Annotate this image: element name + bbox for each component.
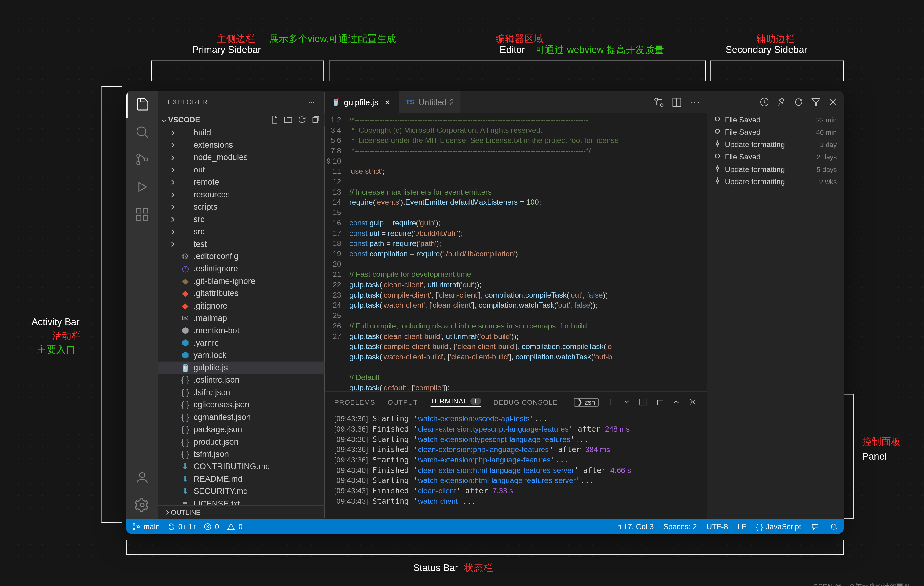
timeline-item[interactable]: File Saved40 min	[707, 126, 844, 138]
terminal-dropdown-icon[interactable]	[622, 397, 631, 407]
file-.lsifrc.json[interactable]: { }.lsifrc.json	[158, 386, 325, 399]
status-cursor[interactable]: Ln 17, Col 3	[613, 522, 653, 530]
folder-test[interactable]: test	[158, 238, 325, 250]
file-.yarnrc[interactable]: ⬢.yarnrc	[158, 337, 325, 349]
file-gulpfile.js[interactable]: 🥤gulpfile.js	[158, 361, 325, 374]
timeline-icon[interactable]	[759, 97, 770, 108]
sidebar-outline[interactable]: OUTLINE	[158, 505, 325, 519]
file-.git-blame-ignore[interactable]: ◆.git-blame-ignore	[158, 275, 325, 287]
status-spaces[interactable]: Spaces: 2	[663, 522, 697, 530]
panel-maximize-icon[interactable]	[671, 397, 681, 407]
collapse-all-icon[interactable]	[311, 115, 320, 124]
file-tree: buildextensionsnode_modulesoutremotereso…	[158, 126, 325, 505]
panel-tab-terminal[interactable]: TERMINAL1	[430, 397, 481, 407]
filter-icon[interactable]	[811, 97, 821, 108]
file-.eslintignore[interactable]: ◷.eslintignore	[158, 262, 325, 275]
file-cglicenses.json[interactable]: { }cglicenses.json	[158, 399, 325, 411]
file-.editorconfig[interactable]: ⚙.editorconfig	[158, 250, 325, 262]
folder-resources[interactable]: resources	[158, 189, 325, 200]
file-tsfmt.json[interactable]: { }tsfmt.json	[158, 448, 325, 460]
activity-label-en: Activity Bar	[31, 316, 79, 327]
close-icon[interactable]	[828, 97, 838, 108]
sidebar-section[interactable]: VSCODE	[158, 113, 325, 126]
panel-tab-problems[interactable]: PROBLEMS	[334, 398, 375, 406]
pin-icon[interactable]	[776, 97, 787, 108]
activity-extensions-icon[interactable]	[126, 200, 158, 228]
primary-sidebar-label-cn: 主侧边栏	[217, 33, 256, 45]
folder-src[interactable]: src	[158, 225, 325, 238]
folder-out[interactable]: out	[158, 164, 325, 176]
panel-close-icon[interactable]	[688, 397, 697, 407]
refresh-icon[interactable]	[794, 97, 804, 108]
editor-area: 🥤gulpfile.js×TSUntitled-2 ⋯ 1 2 3 4 5 6 …	[325, 91, 707, 519]
status-eol[interactable]: LF	[738, 522, 746, 530]
terminal-kill-icon[interactable]	[655, 397, 664, 407]
activity-explorer-icon[interactable]	[126, 91, 158, 118]
file-cgmanifest.json[interactable]: { }cgmanifest.json	[158, 411, 325, 423]
file-.gitattributes[interactable]: ◆.gitattributes	[158, 287, 325, 300]
terminal-split-icon[interactable]	[638, 397, 648, 407]
panel-tab-debug console[interactable]: DEBUG CONSOLE	[493, 398, 558, 406]
compare-changes-icon[interactable]	[653, 97, 665, 108]
timeline-item[interactable]: File Saved22 min	[707, 113, 844, 126]
terminal-new-icon[interactable]	[606, 397, 615, 407]
terminal-profile[interactable]: ❯ zsh	[574, 397, 599, 406]
sidebar-more-icon[interactable]: ⋯	[308, 98, 315, 106]
file-name: resources	[194, 190, 230, 199]
folder-build[interactable]: build	[158, 126, 325, 139]
sync-label: 0↓ 1↑	[178, 522, 196, 530]
file-LICENSE.txt[interactable]: ≡LICENSE.txt	[158, 498, 325, 505]
activity-settings-icon[interactable]	[126, 491, 158, 519]
file-icon: ◆	[180, 289, 191, 298]
tab-gulpfile.js[interactable]: 🥤gulpfile.js×	[325, 91, 399, 113]
status-bell-icon[interactable]	[829, 522, 838, 531]
timeline-item[interactable]: Update formatting5 days	[707, 163, 844, 175]
folder-scripts[interactable]: scripts	[158, 200, 325, 213]
folder-node_modules[interactable]: node_modules	[158, 151, 325, 163]
primary-sidebar-tip: 展示多个view,可通过配置生成	[269, 33, 396, 45]
timeline-item[interactable]: File Saved2 days	[707, 151, 844, 163]
timeline-item[interactable]: Update formatting1 day	[707, 138, 844, 151]
file-SECURITY.md[interactable]: ⬇SECURITY.md	[158, 485, 325, 497]
new-folder-icon[interactable]	[284, 115, 293, 124]
file-.gitignore[interactable]: ◆.gitignore	[158, 300, 325, 312]
file-product.json[interactable]: { }product.json	[158, 435, 325, 448]
tab-close-icon[interactable]: ×	[382, 97, 392, 107]
editor-more-icon[interactable]: ⋯	[689, 97, 700, 108]
language-label: JavaScript	[766, 522, 801, 530]
panel-tab-output[interactable]: OUTPUT	[388, 398, 418, 406]
status-problems[interactable]: 0 0	[203, 522, 243, 531]
file-README.md[interactable]: ⬇README.md	[158, 473, 325, 485]
file-package.json[interactable]: { }package.json	[158, 423, 325, 435]
svg-point-3	[144, 158, 147, 161]
file-icon: ⚙	[180, 252, 191, 261]
file-CONTRIBUTING.md[interactable]: ⬇CONTRIBUTING.md	[158, 460, 325, 473]
status-sync[interactable]: 0↓ 1↑	[167, 522, 196, 531]
status-language[interactable]: { } JavaScript	[756, 522, 801, 530]
file-yarn.lock[interactable]: ⬢yarn.lock	[158, 349, 325, 361]
file-.eslintrc.json[interactable]: { }.eslintrc.json	[158, 374, 325, 386]
panel: PROBLEMSOUTPUTTERMINAL1DEBUG CONSOLE ❯ z…	[325, 391, 707, 519]
timeline-item[interactable]: Update formatting2 wks	[707, 175, 844, 187]
activity-debug-icon[interactable]	[126, 173, 158, 200]
status-encoding[interactable]: UTF-8	[706, 522, 728, 530]
status-feedback-icon[interactable]	[811, 522, 820, 531]
terminal-body[interactable]: [09:43:36] Starting 'watch-extension:vsc…	[325, 412, 707, 519]
folder-extensions[interactable]: extensions	[158, 139, 325, 151]
code-body[interactable]: /*--------------------------------------…	[350, 113, 707, 391]
folder-remote[interactable]: remote	[158, 176, 325, 188]
refresh-icon[interactable]	[297, 115, 307, 124]
folder-src[interactable]: src	[158, 213, 325, 225]
file-icon: ◆	[180, 301, 191, 310]
split-editor-icon[interactable]	[671, 97, 682, 108]
status-branch[interactable]: main	[132, 522, 160, 531]
svg-point-10	[140, 503, 144, 507]
file-.mailmap[interactable]: ✉.mailmap	[158, 312, 325, 324]
activity-scm-icon[interactable]	[126, 146, 158, 173]
file-.mention-bot[interactable]: ⬢.mention-bot	[158, 324, 325, 336]
activity-search-icon[interactable]	[126, 118, 158, 146]
activity-label-cn: 活动栏	[52, 330, 81, 342]
tab-Untitled-2[interactable]: TSUntitled-2	[399, 91, 461, 113]
new-file-icon[interactable]	[270, 115, 279, 124]
activity-account-icon[interactable]	[126, 464, 158, 491]
